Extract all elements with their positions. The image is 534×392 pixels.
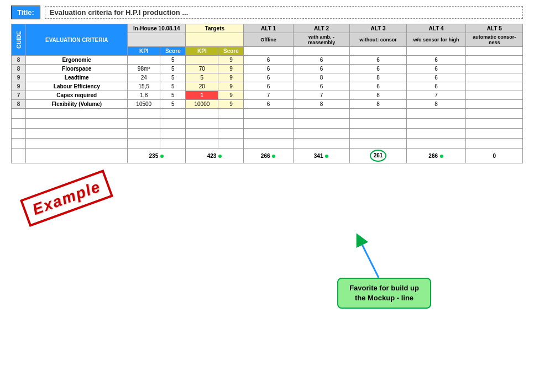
criteria-name: Flexibility (Volume) [26,100,128,109]
alt1-sub: Offline [244,33,293,47]
callout-line2: the Mockup - line [355,294,413,302]
target-score: 9 [218,91,244,100]
criteria-name: Labour Efficiency [26,82,128,91]
alt3-score: 8 [350,100,406,109]
alt1-header: ALT 1 [244,24,293,33]
alt2-score: 8 [293,100,349,109]
alt1-score: 6 [244,65,293,73]
target-score: 9 [218,65,244,73]
inhouse-kpi-header: KPI [128,47,160,56]
empty-row [12,129,523,139]
alt2-score: 6 [293,82,349,91]
alt1-score: 6 [244,100,293,109]
alt4-score: 6 [406,56,466,65]
guide-num: 8 [12,65,26,73]
target-kpi[interactable]: 70 [186,65,218,73]
alt3-sub: without: consor [350,33,406,47]
targets-header: Targets [186,24,244,33]
target-score: 9 [218,82,244,91]
alt5-score [466,100,523,109]
title-row: Title: Evaluation criteria for H.P.l pro… [11,6,523,19]
alt5-header: ALT 5 [466,24,523,33]
alt5-score [466,65,523,73]
alt5-score [466,91,523,100]
inhouse-kpi[interactable]: 24 [128,73,160,82]
alt4-kpi-header [406,47,466,56]
totals-alt4: 266 [406,149,466,163]
alt2-score: 8 [293,73,349,82]
alt1-score: 6 [244,82,293,91]
inhouse-score: 5 [160,82,186,91]
alt4-score: 6 [406,65,466,73]
target-score: 9 [218,73,244,82]
alt4-score: 6 [406,73,466,82]
alt3-score: 6 [350,82,406,91]
alt1-kpi-header [244,47,293,56]
inhouse-kpi[interactable]: 15,5 [128,82,160,91]
criteria-header: EVALUATION CRITERIA [26,24,128,56]
target-kpi[interactable] [186,56,218,65]
inhouse-sub [128,33,186,47]
table-container: GUIDE EVALUATION CRITERIA In-House 10.08… [11,24,523,163]
target-kpi[interactable]: 20 [186,82,218,91]
criteria-name: Ergonomic [26,56,128,65]
inhouse-kpi[interactable]: 10500 [128,100,160,109]
alt1-score: 6 [244,56,293,65]
table-row: 8 Flexibility (Volume) 10500 5 10000 9 6… [12,100,523,109]
title-label: Title: [11,6,40,19]
inhouse-score: 5 [160,100,186,109]
alt2-score: 6 [293,56,349,65]
criteria-name: Leadtime [26,73,128,82]
inhouse-score: 5 [160,91,186,100]
target-score: 9 [218,56,244,65]
guide-num: 9 [12,82,26,91]
inhouse-kpi[interactable]: 1,8 [128,91,160,100]
totals-alt2: 341 [293,149,349,163]
alt1-score: 7 [244,91,293,100]
evaluation-table: GUIDE EVALUATION CRITERIA In-House 10.08… [11,24,523,163]
inhouse-score: 5 [160,73,186,82]
target-score: 9 [218,100,244,109]
target-kpi[interactable]: 1 [186,91,218,100]
inhouse-header: In-House 10.08.14 [128,24,186,33]
alt4-header: ALT 4 [406,24,466,33]
page-wrapper: Title: Evaluation criteria for H.P.l pro… [0,0,534,169]
annotation-container: Favorite for build up the Mockup - line [337,278,431,309]
alt5-score [466,73,523,82]
alt3-score: 6 [350,56,406,65]
totals-row: Totals: 235 423 266 341 261 266 0 [12,149,523,163]
example-stamp: Example [20,169,113,227]
empty-row [12,139,523,149]
alt2-score: 7 [293,91,349,100]
targets-sub [186,33,244,47]
table-row: 7 Capex required 1,8 5 1 9 7 7 8 7 [12,91,523,100]
title-value[interactable]: Evaluation criteria for H.P.l production… [45,6,523,19]
totals-alt1: 266 [244,149,293,163]
inhouse-score-header: Score [160,47,186,56]
guide-num: 9 [12,73,26,82]
alt3-score: 6 [350,65,406,73]
alt2-sub: with amb. - reassembly [293,33,349,47]
alt3-score: 8 [350,91,406,100]
inhouse-kpi[interactable] [128,56,160,65]
annotation-arrow [354,234,404,283]
criteria-name: Capex required [26,91,128,100]
table-row: 8 Floorspace 98m² 5 70 9 6 6 6 6 [12,65,523,73]
totals-alt3: 261 [350,149,406,163]
alt5-sub: automatic consor-ness [466,33,523,47]
target-kpi[interactable]: 10000 [186,100,218,109]
empty-row [12,109,523,119]
target-kpi[interactable]: 5 [186,73,218,82]
guide-header: GUIDE [12,24,26,56]
alt4-score: 8 [406,100,466,109]
empty-row [12,119,523,129]
criteria-name: Floorspace [26,65,128,73]
alt4-score: 7 [406,91,466,100]
inhouse-kpi[interactable]: 98m² [128,65,160,73]
totals-label: Totals: [26,149,128,163]
alt3-kpi-header [350,47,406,56]
header-row-1: GUIDE EVALUATION CRITERIA In-House 10.08… [12,24,523,33]
target-score-header: Score [218,47,244,56]
alt3-score: 8 [350,73,406,82]
totals-empty [12,149,26,163]
